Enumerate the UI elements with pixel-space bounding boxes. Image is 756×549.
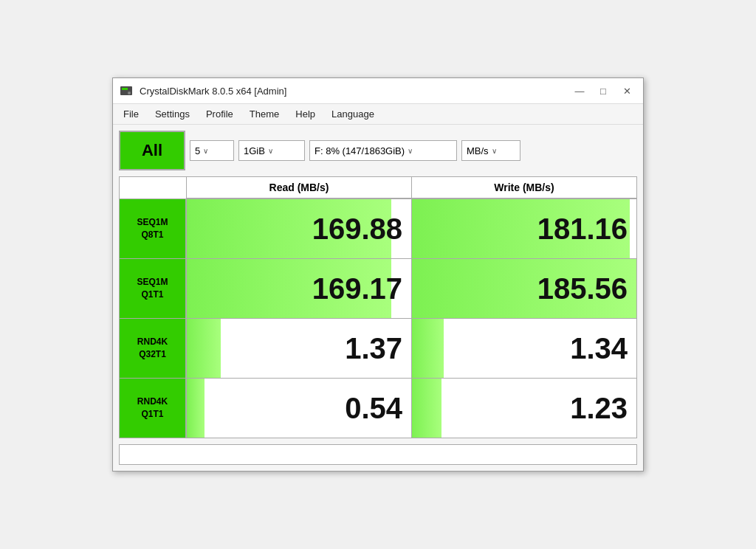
row-label-3: RND4KQ1T1 — [120, 379, 186, 438]
read-text-2: 1.37 — [345, 332, 402, 365]
drive-dropdown[interactable]: F: 8% (147/1863GiB) ∨ — [309, 140, 457, 161]
size-value: 1GiB — [244, 145, 265, 156]
read-value-1: 169.17 — [186, 259, 411, 318]
result-row: RND4KQ1T10.541.23 — [120, 378, 636, 438]
maximize-button[interactable]: □ — [593, 83, 614, 99]
write-text-1: 185.56 — [537, 272, 628, 305]
read-text-1: 169.17 — [312, 272, 402, 305]
results-table: Read (MB/s) Write (MB/s) SEQ1MQ8T1169.88… — [119, 176, 637, 438]
results-header: Read (MB/s) Write (MB/s) — [120, 177, 636, 198]
runs-dropdown[interactable]: 5 ∨ — [190, 140, 234, 161]
menu-item-file[interactable]: File — [116, 106, 146, 122]
menu-item-help[interactable]: Help — [288, 106, 323, 122]
main-content: All 5 ∨ 1GiB ∨ F: 8% (147/1863GiB) ∨ MB/… — [113, 125, 643, 471]
unit-value: MB/s — [467, 145, 489, 156]
read-text-3: 0.54 — [345, 392, 402, 425]
app-window: CrystalDiskMark 8.0.5 x64 [Admin] — □ ✕ … — [112, 77, 644, 472]
window-title: CrystalDiskMark 8.0.5 x64 [Admin] — [140, 86, 286, 97]
read-value-2: 1.37 — [186, 319, 411, 378]
close-button[interactable]: ✕ — [616, 83, 637, 99]
result-row: SEQ1MQ8T1169.88181.16 — [120, 198, 636, 258]
size-dropdown[interactable]: 1GiB ∨ — [238, 140, 305, 161]
unit-chevron: ∨ — [492, 147, 497, 155]
write-text-3: 1.23 — [570, 392, 628, 425]
menu-item-profile[interactable]: Profile — [199, 106, 241, 122]
drive-value: F: 8% (147/1863GiB) — [315, 145, 405, 156]
menu-bar: FileSettingsProfileThemeHelpLanguage — [113, 104, 643, 125]
row-label-2: RND4KQ32T1 — [120, 319, 186, 378]
unit-dropdown[interactable]: MB/s ∨ — [461, 140, 520, 161]
result-row: RND4KQ32T11.371.34 — [120, 318, 636, 378]
svg-rect-1 — [122, 88, 128, 90]
status-bar — [119, 444, 637, 465]
result-rows-container: SEQ1MQ8T1169.88181.16SEQ1MQ1T1169.17185.… — [120, 198, 636, 438]
read-value-3: 0.54 — [186, 379, 411, 438]
row-label-1: SEQ1MQ1T1 — [120, 259, 186, 318]
app-icon — [119, 83, 134, 98]
menu-item-theme[interactable]: Theme — [242, 106, 286, 122]
write-header: Write (MB/s) — [411, 177, 636, 198]
controls-row: All 5 ∨ 1GiB ∨ F: 8% (147/1863GiB) ∨ MB/… — [119, 131, 637, 170]
read-header: Read (MB/s) — [186, 177, 411, 198]
all-button[interactable]: All — [119, 131, 185, 170]
svg-point-2 — [128, 92, 131, 94]
write-text-0: 181.16 — [537, 213, 628, 246]
header-empty-cell — [120, 177, 186, 198]
menu-item-settings[interactable]: Settings — [148, 106, 197, 122]
title-left: CrystalDiskMark 8.0.5 x64 [Admin] — [119, 83, 286, 98]
row-label-0: SEQ1MQ8T1 — [120, 199, 186, 258]
write-text-2: 1.34 — [570, 332, 628, 365]
runs-value: 5 — [195, 145, 200, 156]
title-bar: CrystalDiskMark 8.0.5 x64 [Admin] — □ ✕ — [113, 78, 643, 104]
runs-chevron: ∨ — [203, 147, 208, 155]
drive-chevron: ∨ — [408, 147, 413, 155]
result-row: SEQ1MQ1T1169.17185.56 — [120, 258, 636, 318]
read-text-0: 169.88 — [312, 213, 402, 246]
write-value-1: 185.56 — [411, 259, 636, 318]
menu-item-language[interactable]: Language — [324, 106, 382, 122]
minimize-button[interactable]: — — [569, 83, 590, 99]
title-controls: — □ ✕ — [569, 83, 637, 99]
write-value-2: 1.34 — [411, 319, 636, 378]
write-value-3: 1.23 — [411, 379, 636, 438]
size-chevron: ∨ — [268, 147, 273, 155]
read-value-0: 169.88 — [186, 199, 411, 258]
write-value-0: 181.16 — [411, 199, 636, 258]
